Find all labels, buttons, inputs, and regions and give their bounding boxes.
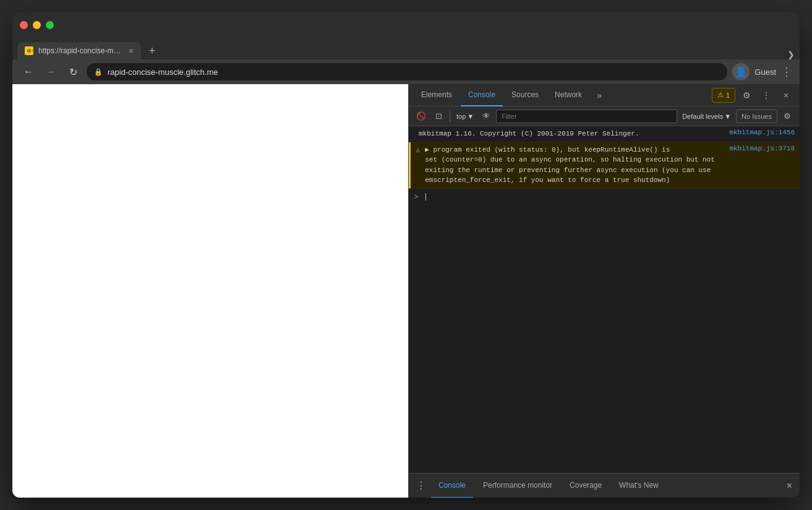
console-warning-text: ▶ program exited (with status: 0), but k… (425, 145, 724, 186)
devtools-header-right: ⚠ 1 ⚙ ⋮ × (712, 87, 795, 104)
browser-window: 🐠 https://rapid-concise-muscle.g... × + … (12, 12, 800, 498)
more-tabs-button[interactable]: » (591, 87, 608, 104)
tab-bar-chevron-icon[interactable]: ❯ (787, 50, 795, 59)
drawer-close-button[interactable]: × (784, 478, 795, 494)
tab-network[interactable]: Network (547, 84, 589, 106)
toolbar-divider (450, 110, 450, 123)
devtools-panel: Elements Console Sources Network » ⚠ 1 (408, 84, 800, 498)
webpage-area (12, 84, 408, 498)
drawer-tab-whats-new[interactable]: What's New (612, 473, 666, 498)
console-prompt-row: > | (409, 189, 800, 205)
top-context-label: top (456, 113, 466, 120)
lock-icon: 🔒 (94, 68, 103, 76)
console-info-text: mkbitmap 1.16. Copyright (C) 2001-2019 P… (419, 129, 724, 139)
profile-button[interactable]: 👤 (732, 63, 750, 80)
inspect-button[interactable]: ⊡ (431, 109, 446, 124)
filter-input[interactable] (496, 110, 677, 123)
warning-icon: ⚠ (717, 91, 724, 99)
tab-console[interactable]: Console (461, 84, 503, 106)
devtools-close-button[interactable]: × (777, 87, 795, 104)
console-message-info: mkbitmap 1.16. Copyright (C) 2001-2019 P… (409, 126, 800, 142)
tab-bar-right: ❯ (787, 50, 795, 59)
title-bar (12, 12, 800, 37)
devtools-header: Elements Console Sources Network » ⚠ 1 (409, 84, 800, 106)
no-issues-button[interactable]: No Issues (736, 110, 777, 123)
tab-elements[interactable]: Elements (414, 84, 459, 106)
eye-icon: 👁 (482, 111, 490, 121)
tab-sources[interactable]: Sources (504, 84, 546, 106)
minimize-traffic-light[interactable] (33, 21, 41, 29)
traffic-lights (20, 21, 54, 29)
console-output: mkbitmap 1.16. Copyright (C) 2001-2019 P… (409, 126, 800, 473)
maximize-traffic-light[interactable] (46, 21, 54, 29)
forward-button[interactable]: → (42, 63, 59, 80)
devtools-toolbar: 🚫 ⊡ top ▼ 👁 Default levels ▼ (409, 106, 800, 126)
tab-close-button[interactable]: × (129, 46, 134, 56)
chrome-menu-button[interactable]: ⋮ (781, 65, 792, 79)
devtools-more-button[interactable]: ⋮ (758, 87, 775, 104)
omnibar-right: 👤 Guest ⋮ (732, 63, 792, 80)
omnibar: ← → ↻ 🔒 rapid-concise-muscle.glitch.me 👤… (12, 59, 800, 84)
drawer-right: × (784, 478, 795, 494)
console-link-info[interactable]: mkbitmap.js:1456 (729, 129, 795, 136)
drawer-tab-performance-monitor[interactable]: Performance monitor (476, 473, 560, 498)
drawer-tab-console[interactable]: Console (431, 473, 473, 498)
tab-favicon: 🐠 (25, 46, 33, 55)
new-tab-button[interactable]: + (143, 42, 161, 59)
default-levels-button[interactable]: Default levels ▼ (680, 111, 733, 121)
prompt-arrow-icon: > (414, 192, 419, 202)
clear-console-button[interactable]: 🚫 (414, 109, 429, 124)
devtools-drawer: ⋮ Console Performance monitor Coverage W… (409, 473, 800, 498)
address-text: rapid-concise-muscle.glitch.me (108, 67, 720, 77)
tab-bar: 🐠 https://rapid-concise-muscle.g... × + … (12, 37, 800, 59)
levels-chevron-icon: ▼ (724, 113, 731, 120)
inspect-icon: ⊡ (435, 111, 442, 121)
drawer-dots-button[interactable]: ⋮ (414, 477, 429, 494)
back-button[interactable]: ← (20, 63, 37, 80)
prompt-cursor[interactable]: | (424, 192, 428, 201)
top-chevron-icon: ▼ (467, 113, 474, 120)
devtools-settings-button[interactable]: ⚙ (738, 87, 755, 104)
reload-button[interactable]: ↻ (64, 63, 82, 80)
console-link-warning[interactable]: mkbitmap.js:3718 (729, 145, 795, 152)
top-context-selector[interactable]: top ▼ (454, 111, 476, 121)
profile-label: Guest (754, 67, 776, 77)
drawer-tab-coverage[interactable]: Coverage (562, 473, 609, 498)
content-area: Elements Console Sources Network » ⚠ 1 (12, 84, 800, 498)
browser-tab[interactable]: 🐠 https://rapid-concise-muscle.g... × (17, 42, 141, 59)
console-message-warning: ⚠ ▶ program exited (with status: 0), but… (409, 142, 800, 189)
issues-button[interactable]: ⚠ 1 (712, 88, 735, 103)
ban-icon: 🚫 (416, 111, 426, 121)
eye-button[interactable]: 👁 (479, 109, 494, 124)
address-bar[interactable]: 🔒 rapid-concise-muscle.glitch.me (87, 63, 727, 80)
close-traffic-light[interactable] (20, 21, 28, 29)
warning-triangle-icon: ⚠ (416, 145, 420, 155)
profile-icon: 👤 (735, 66, 747, 78)
console-settings-button[interactable]: ⚙ (780, 109, 795, 124)
tab-title: https://rapid-concise-muscle.g... (38, 46, 124, 55)
